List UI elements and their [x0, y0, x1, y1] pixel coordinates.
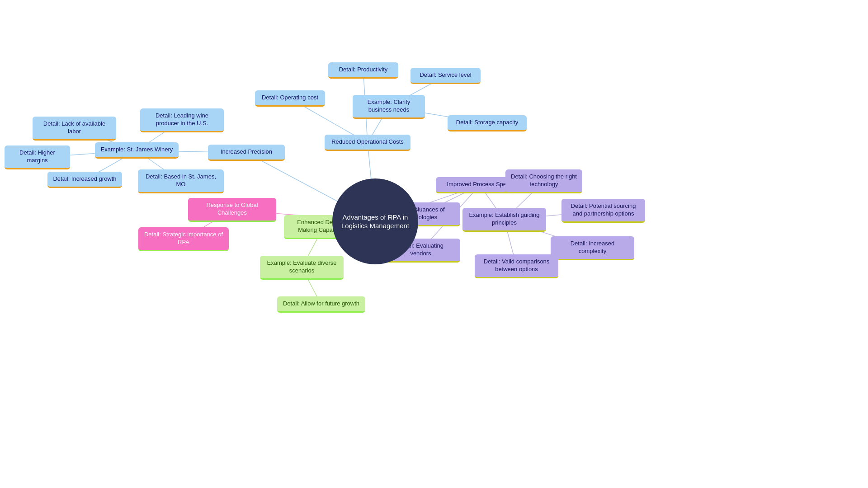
response-global-node[interactable]: Response to Global Challenges — [188, 198, 276, 222]
lack-labor-detail[interactable]: Detail: Lack of available labor — [33, 117, 116, 141]
productivity-detail[interactable]: Detail: Productivity — [328, 62, 398, 79]
allow-future-detail[interactable]: Detail: Allow for future growth — [277, 296, 365, 313]
valid-comparisons-detail[interactable]: Detail: Valid comparisons between option… — [475, 254, 558, 278]
evaluate-scenarios-node[interactable]: Example: Evaluate diverse scenarios — [260, 256, 344, 280]
clarify-business-node[interactable]: Example: Clarify business needs — [353, 95, 425, 119]
strategic-importance-detail[interactable]: Detail: Strategic importance of RPA — [138, 227, 229, 251]
choosing-tech-detail[interactable]: Detail: Choosing the right technology — [505, 169, 582, 193]
increased-precision[interactable]: Increased Precision — [208, 145, 285, 161]
increased-complexity-detail[interactable]: Detail: Increased complexity — [551, 236, 634, 260]
service-level-detail[interactable]: Detail: Service level — [410, 68, 481, 84]
higher-margins-detail[interactable]: Detail: Higher margins — [5, 145, 70, 169]
establish-guiding-node[interactable]: Example: Establish guiding principles — [462, 208, 546, 232]
center-node: Advantages of RPA in Logistics Managemen… — [332, 178, 418, 264]
st-james-winery[interactable]: Example: St. James Winery — [95, 142, 179, 159]
increased-growth-detail[interactable]: Detail: Increased growth — [47, 172, 122, 188]
operating-cost-detail[interactable]: Detail: Operating cost — [255, 90, 325, 107]
based-st-james-detail[interactable]: Detail: Based in St. James, MO — [138, 169, 224, 193]
potential-sourcing-detail[interactable]: Detail: Potential sourcing and partnersh… — [561, 199, 645, 223]
storage-capacity-detail[interactable]: Detail: Storage capacity — [448, 115, 527, 131]
leading-wine-detail[interactable]: Detail: Leading wine producer in the U.S… — [140, 108, 224, 132]
reduced-operational-costs[interactable]: Reduced Operational Costs — [325, 135, 410, 151]
